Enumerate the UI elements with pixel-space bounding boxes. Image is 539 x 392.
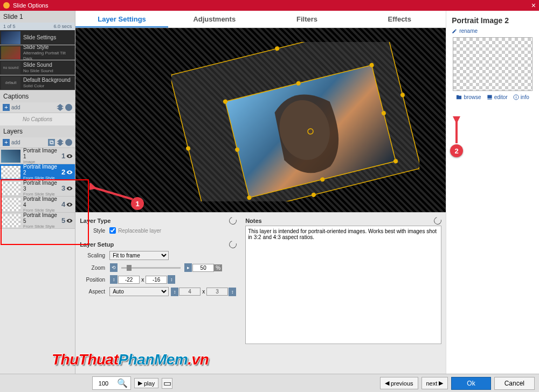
layers-header: Layers [0,125,75,137]
zoom-value[interactable] [93,380,114,387]
replaceable-checkbox[interactable] [109,227,116,234]
aspect-select[interactable]: Auto [109,287,169,296]
zoom-input[interactable] [192,264,214,272]
style-thumb [1,46,20,59]
visibility-icon[interactable] [66,185,73,192]
footer: 🔍 ▶ play ▭ ◀ previous next ▶ Ok Cancel [0,374,539,392]
aspect-h-input[interactable] [206,288,228,296]
visibility-icon[interactable] [66,169,73,176]
layer-item-1[interactable]: Portrait Image 1Image 1 [0,148,75,164]
tabs: Layer Settings Adjustments Filters Effec… [75,11,446,28]
layer-thumb [1,214,20,227]
aspect-w-input[interactable] [179,288,201,296]
layers-toolbar: + add ⧉ [0,137,75,148]
cancel-button[interactable]: Cancel [494,377,535,390]
svg-rect-21 [516,97,516,99]
add-layer-button[interactable]: + [3,139,10,146]
percent-label: % [214,264,222,271]
sound-thumb: no sound [1,61,20,74]
sidebar: Slide 1 1 of 5 6.0 secs Slide Settings S… [0,11,75,374]
refresh-icon[interactable] [228,215,238,226]
layer-thumb [1,150,20,163]
layer-item-4[interactable]: Portrait Image 4From Slide Style 4 [0,197,75,213]
visibility-icon[interactable] [66,153,73,159]
settings-thumb [1,31,20,44]
layer-item-2[interactable]: Portrait Image 2From Slide Style 2 [0,164,75,180]
slide-info: 1 of 5 6.0 secs [0,23,75,30]
tab-adjustments[interactable]: Adjustments [168,11,261,27]
visibility-icon[interactable] [66,218,73,224]
sort-icon[interactable] [57,104,64,111]
layer-forms: Layer Type Style Replaceable layer Layer… [75,213,241,374]
gear-icon[interactable] [65,104,72,111]
refresh-icon[interactable] [228,239,238,249]
zoom-slider[interactable] [121,267,181,269]
slide-style-item[interactable]: Slide StyleAlternating Portrait Tilt Dar… [0,45,75,60]
zoom-end-icon[interactable]: ▸ [184,263,192,272]
layer-preview [453,37,533,91]
slide-name: Slide 1 [0,11,75,23]
slide-duration: 6.0 secs [54,24,72,29]
refresh-icon[interactable] [433,215,443,226]
right-panel: Portrait Image 2 rename browse editor in… [446,11,539,374]
app-icon [3,2,10,9]
canvas[interactable] [75,28,446,212]
svg-rect-22 [516,96,516,96]
tab-effects[interactable]: Effects [353,11,446,27]
zoom-reset-icon[interactable]: ⟲ [110,263,118,272]
default-bg-item[interactable]: default Default BackgroundSolid Color [0,75,75,90]
pos-y-input[interactable] [146,276,167,284]
aspect-nudge-icon[interactable]: ↕ [171,288,178,296]
center-panel: Layer Settings Adjustments Filters Effec… [75,11,446,374]
pos-step-icon[interactable]: ↕ [168,275,175,284]
slide-settings-item[interactable]: Slide Settings [0,30,75,45]
layer-type-head: Layer Type [80,218,110,224]
no-captions-label: No Captions [0,113,75,125]
next-button[interactable]: next ▶ [421,377,448,389]
scaling-select[interactable]: Fit to frame [109,251,169,260]
notes-head: Notes [245,218,262,224]
layer-item-3[interactable]: Portrait Image 3From Slide Style 3 [0,180,75,197]
tab-layer-settings[interactable]: Layer Settings [75,11,168,27]
layer-thumb [1,182,20,195]
visibility-icon[interactable] [66,201,73,208]
layer-setup-head: Layer Setup [80,241,114,248]
aspect-step-icon[interactable]: ↕ [229,288,236,296]
duplicate-icon[interactable]: ⧉ [48,139,55,146]
pos-x-input[interactable] [118,276,140,284]
notes-textarea[interactable]: This layer is intended for portrait-orie… [245,226,441,344]
captions-toolbar: + add [0,102,75,113]
play-button[interactable]: ▶ play [134,378,158,388]
rename-button[interactable]: rename [452,28,534,34]
layers-gear-icon[interactable] [65,139,72,146]
slide-sound-item[interactable]: no sound Slide SoundNo Slide Sound [0,60,75,75]
pos-nudge-icon[interactable]: ↕ [110,275,118,284]
add-caption-button[interactable]: + [3,104,10,111]
tab-filters[interactable]: Filters [261,11,354,27]
previous-button[interactable]: ◀ previous [380,377,418,389]
captions-header: Captions [0,90,75,102]
editor-button[interactable]: editor [487,94,508,100]
fullscreen-icon[interactable]: ▭ [162,378,172,389]
title-bar: Slide Options × [0,0,539,11]
browse-button[interactable]: browse [456,94,481,100]
layer-item-5[interactable]: Portrait Image 5From Slide Style 5 [0,213,75,229]
bg-thumb: default [1,76,20,89]
sort-layers-icon[interactable] [57,139,64,146]
layer-thumb [1,198,20,211]
layer-title: Portrait Image 2 [452,16,534,25]
close-icon[interactable]: × [531,1,536,10]
info-button[interactable]: info [513,94,529,100]
ok-button[interactable]: Ok [451,377,490,390]
notes-panel: Notes This layer is intended for portrai… [241,213,446,374]
window-title: Slide Options [13,2,48,9]
magnifier-icon[interactable]: 🔍 [114,377,130,389]
layer-thumb [1,166,20,179]
slide-index: 1 of 5 [3,24,16,29]
zoom-control[interactable]: 🔍 [92,376,131,390]
